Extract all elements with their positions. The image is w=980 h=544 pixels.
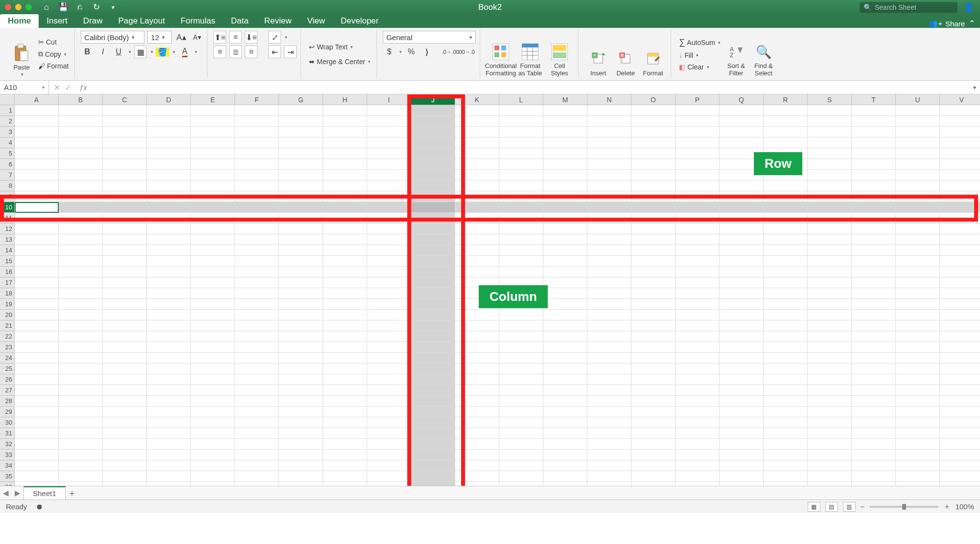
cell[interactable] (191, 191, 235, 202)
cell[interactable] (367, 191, 411, 202)
row-header[interactable]: 5 (0, 148, 15, 159)
cell[interactable] (587, 267, 631, 277)
cell[interactable] (191, 471, 235, 482)
cell[interactable] (147, 234, 191, 245)
cell[interactable] (279, 396, 323, 407)
underline-dropdown-icon[interactable]: ▾ (129, 49, 131, 54)
percent-icon[interactable]: % (405, 45, 418, 58)
insert-cells-button[interactable]: + Insert (584, 30, 612, 77)
cell[interactable] (499, 191, 543, 202)
cell[interactable] (455, 224, 499, 234)
fx-icon[interactable]: ƒx (76, 83, 87, 91)
cell[interactable] (15, 310, 59, 320)
cell[interactable] (720, 116, 764, 127)
cell[interactable] (367, 417, 411, 428)
cell[interactable] (411, 385, 455, 396)
cell[interactable] (676, 116, 720, 127)
cell[interactable] (720, 353, 764, 363)
cell[interactable] (543, 148, 587, 159)
cell[interactable] (323, 385, 367, 396)
column-header[interactable]: P (676, 94, 720, 105)
cell[interactable] (103, 310, 147, 320)
cell[interactable] (720, 320, 764, 331)
cell[interactable] (852, 127, 896, 137)
cell[interactable] (323, 439, 367, 450)
cell[interactable] (147, 170, 191, 181)
cell[interactable] (103, 460, 147, 471)
cell[interactable] (455, 191, 499, 202)
row-header[interactable]: 1 (0, 105, 15, 116)
cell[interactable] (852, 213, 896, 224)
cell[interactable] (631, 342, 676, 353)
cell[interactable] (720, 342, 764, 353)
cell[interactable] (940, 482, 980, 486)
column-header[interactable]: T (852, 94, 896, 105)
cell[interactable] (852, 277, 896, 288)
cell[interactable] (147, 245, 191, 256)
cell[interactable] (59, 116, 103, 127)
cell[interactable] (587, 256, 631, 267)
cell[interactable] (147, 213, 191, 224)
cell[interactable] (808, 224, 852, 234)
cell[interactable] (59, 148, 103, 159)
cell[interactable] (191, 181, 235, 191)
cell[interactable] (676, 202, 720, 213)
cell[interactable] (720, 331, 764, 342)
cell[interactable] (411, 450, 455, 460)
cell[interactable] (147, 105, 191, 116)
qat-more-icon[interactable]: ▾ (108, 2, 118, 12)
cell[interactable] (587, 137, 631, 148)
cell[interactable] (587, 439, 631, 450)
currency-icon[interactable]: $ (383, 45, 396, 58)
cell[interactable] (808, 439, 852, 450)
cell[interactable] (59, 417, 103, 428)
cell[interactable] (720, 385, 764, 396)
cell[interactable] (720, 471, 764, 482)
cell[interactable] (543, 331, 587, 342)
cell[interactable] (543, 105, 587, 116)
cell[interactable] (852, 396, 896, 407)
cell[interactable] (587, 105, 631, 116)
normal-view-icon[interactable]: ▦ (808, 502, 820, 512)
cell[interactable] (15, 407, 59, 417)
cell[interactable] (235, 299, 279, 310)
cell[interactable] (323, 482, 367, 486)
column-header[interactable]: K (455, 94, 499, 105)
cell[interactable] (896, 256, 940, 267)
cell[interactable] (323, 277, 367, 288)
cell[interactable] (59, 288, 103, 299)
cell[interactable] (852, 417, 896, 428)
cell[interactable] (191, 245, 235, 256)
cell[interactable] (279, 482, 323, 486)
cell[interactable] (455, 127, 499, 137)
underline-button[interactable]: U (112, 45, 125, 58)
cell[interactable] (411, 310, 455, 320)
cell[interactable] (764, 353, 808, 363)
cell[interactable] (587, 471, 631, 482)
row-header[interactable]: 4 (0, 137, 15, 148)
cell[interactable] (764, 439, 808, 450)
row-header[interactable]: 21 (0, 320, 15, 331)
cell[interactable] (235, 331, 279, 342)
cancel-formula-icon[interactable]: ✕ (54, 83, 60, 92)
cell[interactable] (235, 137, 279, 148)
cell[interactable] (543, 245, 587, 256)
cell[interactable] (235, 310, 279, 320)
cell[interactable] (367, 396, 411, 407)
cell[interactable] (852, 428, 896, 439)
cell[interactable] (499, 353, 543, 363)
cell[interactable] (587, 213, 631, 224)
cell[interactable] (896, 148, 940, 159)
cell[interactable] (852, 439, 896, 450)
cell[interactable] (323, 310, 367, 320)
row-header[interactable]: 3 (0, 127, 15, 137)
cell[interactable] (147, 116, 191, 127)
cell[interactable] (896, 159, 940, 170)
cell[interactable] (367, 116, 411, 127)
cell[interactable] (543, 385, 587, 396)
cell[interactable] (235, 342, 279, 353)
cell[interactable] (940, 471, 980, 482)
cell[interactable] (676, 245, 720, 256)
row-header[interactable]: 13 (0, 234, 15, 245)
cell[interactable] (15, 288, 59, 299)
